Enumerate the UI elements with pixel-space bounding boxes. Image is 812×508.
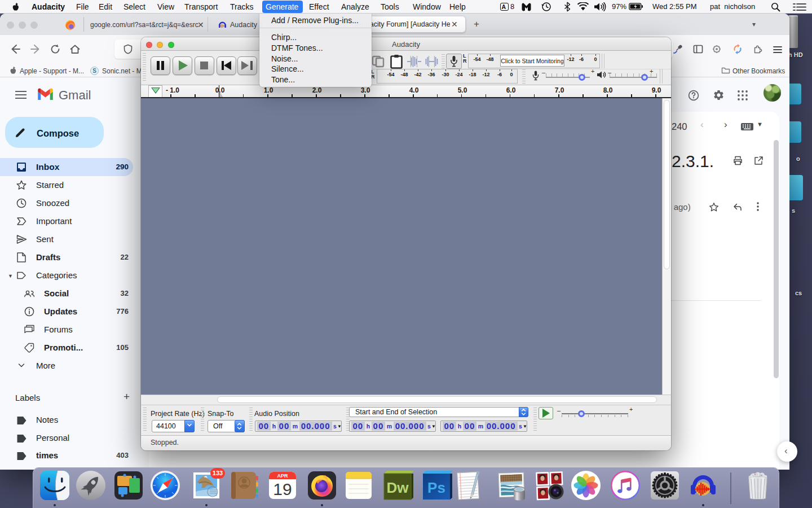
svg-text:Ps: Ps [427,479,445,496]
svg-text:Dw: Dw [387,479,409,496]
svg-text:19: 19 [273,480,292,498]
svg-text:APR: APR [277,473,288,479]
